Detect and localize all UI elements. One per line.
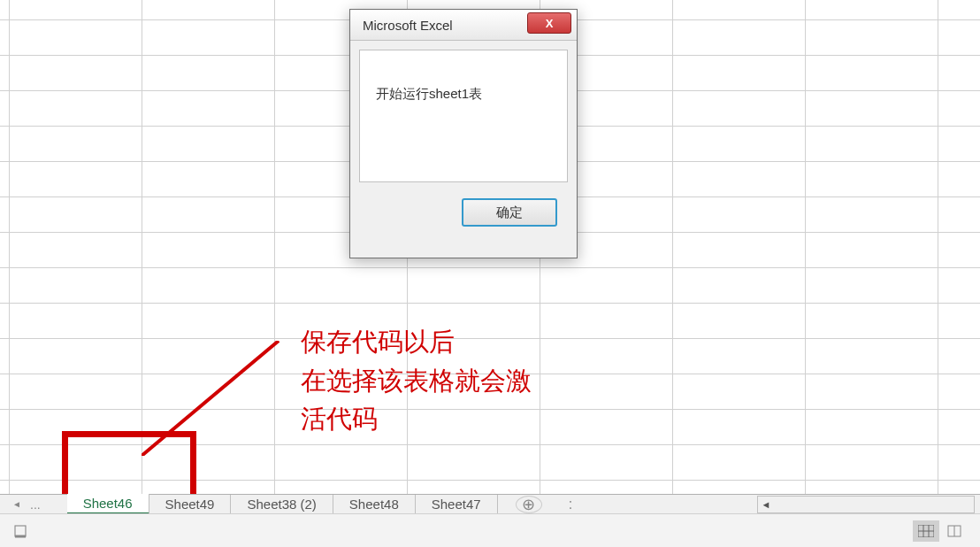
svg-rect-2 xyxy=(15,535,26,537)
page-layout-icon xyxy=(946,525,962,537)
dialog-title: Microsoft Excel xyxy=(357,18,453,33)
sheet-tab-sheet49[interactable]: Sheet49 xyxy=(149,495,232,513)
horizontal-scrollbar[interactable]: ◄ xyxy=(757,496,975,513)
sheet-tab-sheet48[interactable]: Sheet48 xyxy=(333,495,416,513)
sheet-tab-sheet47[interactable]: Sheet47 xyxy=(416,495,498,513)
dialog-titlebar[interactable]: Microsoft Excel X xyxy=(350,10,577,41)
ok-button[interactable]: 确定 xyxy=(462,198,557,227)
tab-nav-dots[interactable]: ... xyxy=(30,497,41,512)
macro-recorder-icon[interactable] xyxy=(12,523,28,539)
annotation-text: 保存代码以后 在选择该表格就会激 活代码 xyxy=(301,323,532,439)
close-icon: X xyxy=(546,17,554,30)
page-layout-view-button[interactable] xyxy=(941,520,968,542)
tab-more-icon[interactable]: : xyxy=(569,497,572,512)
dialog-body: 开始运行sheet1表 确定 xyxy=(350,41,577,258)
grid-view-icon xyxy=(918,525,934,537)
svg-rect-1 xyxy=(15,526,26,536)
dialog-message: 开始运行sheet1表 xyxy=(359,50,568,182)
status-bar xyxy=(0,513,980,547)
tab-nav-prev-icon[interactable]: ◄ xyxy=(11,498,23,511)
message-dialog: Microsoft Excel X 开始运行sheet1表 确定 xyxy=(349,9,578,258)
dialog-buttons: 确定 xyxy=(359,182,568,227)
normal-view-button[interactable] xyxy=(913,520,939,542)
scroll-left-icon[interactable]: ◄ xyxy=(758,497,774,512)
close-button[interactable]: X xyxy=(527,12,571,34)
add-sheet-button[interactable]: ⊕ xyxy=(516,496,542,513)
sheet-tab-sheet38-2[interactable]: Sheet38 (2) xyxy=(231,495,333,513)
sheet-tab-sheet46[interactable]: Sheet46 xyxy=(67,494,149,515)
